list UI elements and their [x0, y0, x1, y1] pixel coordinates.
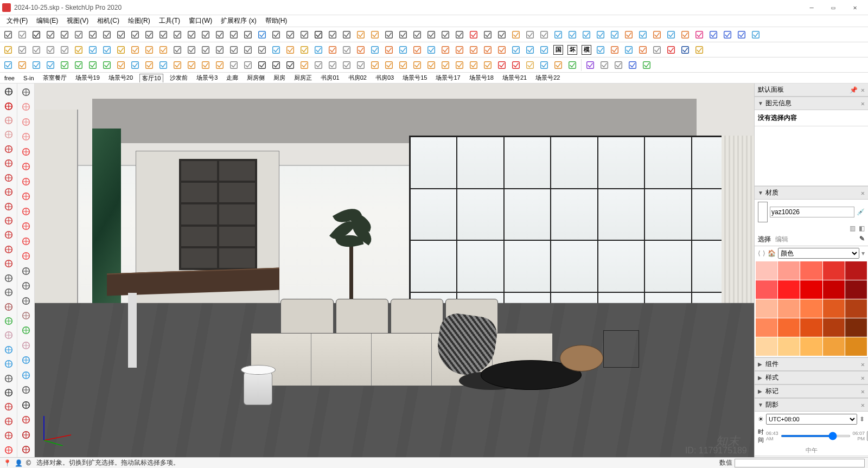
- outline4-icon[interactable]: [636, 43, 649, 56]
- tray-close-icon[interactable]: ✕: [861, 86, 865, 94]
- perspective-icon[interactable]: [72, 43, 85, 56]
- panel4-icon[interactable]: [481, 43, 494, 56]
- face-style3-icon[interactable]: [114, 43, 127, 56]
- diamond-icon[interactable]: [679, 43, 692, 56]
- cube-orange-icon[interactable]: [284, 43, 297, 56]
- geo-icon[interactable]: 📍: [3, 459, 11, 467]
- lasso-icon[interactable]: [19, 85, 33, 99]
- sq3-icon[interactable]: [382, 43, 395, 56]
- sandbox3-icon[interactable]: [270, 28, 283, 41]
- freehand-icon[interactable]: [19, 115, 33, 129]
- rectangle-tool-icon[interactable]: [2, 128, 16, 141]
- cube-yellow-icon[interactable]: [298, 43, 311, 56]
- scene-tab[interactable]: 茶室餐厅: [41, 74, 69, 82]
- wave-icon[interactable]: [86, 28, 99, 41]
- sel-cursor-icon[interactable]: [481, 59, 494, 72]
- cloud2-icon[interactable]: [566, 28, 579, 41]
- outline1-icon[interactable]: [594, 43, 607, 56]
- position-icon[interactable]: [19, 309, 33, 322]
- top-icon[interactable]: [16, 43, 29, 56]
- arc-icon[interactable]: [44, 28, 57, 41]
- color-swatch[interactable]: [778, 261, 800, 280]
- default-panel-header[interactable]: 默认面板 📌 ✕: [755, 84, 868, 97]
- select-icon[interactable]: [2, 85, 16, 98]
- pan-icon[interactable]: [2, 329, 16, 342]
- close-button[interactable]: ✕: [844, 0, 866, 15]
- crop2-icon[interactable]: [524, 43, 537, 56]
- scene-tab[interactable]: 厨房侧: [245, 74, 267, 82]
- scene-tab[interactable]: 场景号22: [533, 74, 562, 82]
- dims-icon[interactable]: [2, 429, 16, 442]
- anim2-icon[interactable]: [368, 28, 381, 41]
- label-icon[interactable]: [19, 279, 33, 292]
- zoom-icon[interactable]: [2, 343, 16, 356]
- zoom-extents-icon[interactable]: [2, 357, 16, 370]
- walk-icon[interactable]: [2, 386, 16, 399]
- oic-3[interactable]: [199, 59, 212, 72]
- time-slider[interactable]: [781, 435, 851, 437]
- library-menu-icon[interactable]: ▾: [861, 249, 865, 257]
- color-swatch[interactable]: [800, 280, 822, 299]
- panel-entity-info-header[interactable]: ▼ 图元信息 ✕: [755, 97, 868, 110]
- panel-shadows-close[interactable]: ✕: [861, 401, 865, 409]
- color-swatch[interactable]: [756, 261, 777, 280]
- sq6-icon[interactable]: [425, 43, 438, 56]
- zoom-win-icon[interactable]: [19, 354, 33, 367]
- face-style1-icon[interactable]: [86, 43, 99, 56]
- create-material-icon[interactable]: ▥: [850, 225, 856, 232]
- color-swatch[interactable]: [778, 299, 800, 318]
- color-swatch[interactable]: [823, 318, 845, 337]
- section2-icon[interactable]: [19, 413, 33, 427]
- tab-select[interactable]: 选择: [758, 235, 771, 244]
- cloud3-icon[interactable]: [580, 28, 593, 41]
- gstack-icon[interactable]: [100, 59, 113, 72]
- dimension-icon[interactable]: [19, 264, 33, 278]
- bezier-icon[interactable]: [185, 28, 198, 41]
- nav-fwd-icon[interactable]: ⟩: [763, 249, 765, 257]
- measurement-input[interactable]: [735, 459, 865, 467]
- protractor-icon[interactable]: [19, 249, 33, 262]
- anim-icon[interactable]: [354, 28, 367, 41]
- panel-icon[interactable]: [453, 28, 466, 41]
- 3dtext-icon[interactable]: [19, 294, 33, 307]
- rotate2-icon[interactable]: [19, 189, 33, 203]
- sq1-icon[interactable]: [354, 43, 367, 56]
- minimize-button[interactable]: —: [801, 0, 822, 15]
- move-tool-icon[interactable]: [2, 185, 16, 198]
- oic-4[interactable]: [213, 59, 226, 72]
- gbox1-icon[interactable]: [58, 59, 71, 72]
- arc2-icon[interactable]: [19, 159, 33, 173]
- iso-icon[interactable]: [2, 43, 15, 56]
- symmetry-icon[interactable]: [397, 28, 410, 41]
- scene-tab[interactable]: 客厅10: [139, 74, 163, 82]
- panel-materials-header[interactable]: ▼ 材质 ✕: [755, 186, 868, 200]
- target2-icon[interactable]: [30, 59, 43, 72]
- scene-tab[interactable]: 场景号15: [400, 74, 429, 82]
- target-icon[interactable]: [16, 59, 29, 72]
- paste-icon[interactable]: [157, 43, 170, 56]
- menu-帮助[interactable]: 帮助(H): [261, 16, 292, 25]
- color-swatch[interactable]: [756, 280, 777, 299]
- color-swatch[interactable]: [800, 337, 822, 356]
- cloud1-icon[interactable]: [552, 28, 565, 41]
- spiral-icon[interactable]: [143, 28, 156, 41]
- curve1-icon[interactable]: [100, 28, 113, 41]
- panel5-icon[interactable]: [495, 43, 508, 56]
- box-icon[interactable]: [509, 28, 522, 41]
- panel-styles-header[interactable]: ▶ 样式 ✕: [755, 371, 868, 384]
- color-swatch[interactable]: [800, 261, 822, 280]
- ow4[interactable]: [411, 59, 424, 72]
- credit-icon[interactable]: ©: [26, 459, 31, 467]
- gold-cube-icon[interactable]: [693, 43, 706, 56]
- menu-编辑[interactable]: 编辑(E): [32, 16, 62, 25]
- panel-open-icon[interactable]: [129, 59, 142, 72]
- gbox2-icon[interactable]: [72, 59, 85, 72]
- dark2-icon[interactable]: [270, 59, 283, 72]
- section-tool-icon[interactable]: [2, 400, 16, 413]
- cube-blue-icon[interactable]: [270, 43, 283, 56]
- gear3-icon[interactable]: [312, 59, 325, 72]
- axes-tool-icon[interactable]: [2, 415, 16, 428]
- scene-tab[interactable]: 走廊: [224, 74, 240, 82]
- ow5[interactable]: [425, 59, 438, 72]
- house1-icon[interactable]: [171, 43, 184, 56]
